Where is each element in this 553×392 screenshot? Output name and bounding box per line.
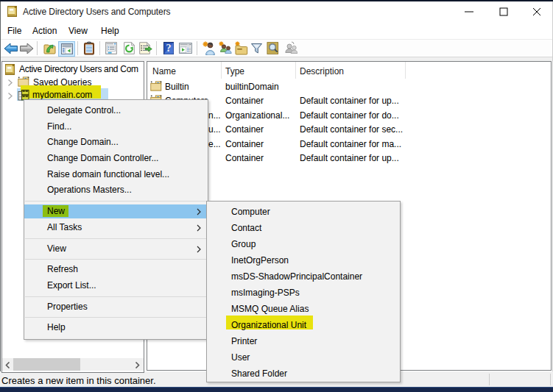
svg-text:?: ? [166,43,172,54]
